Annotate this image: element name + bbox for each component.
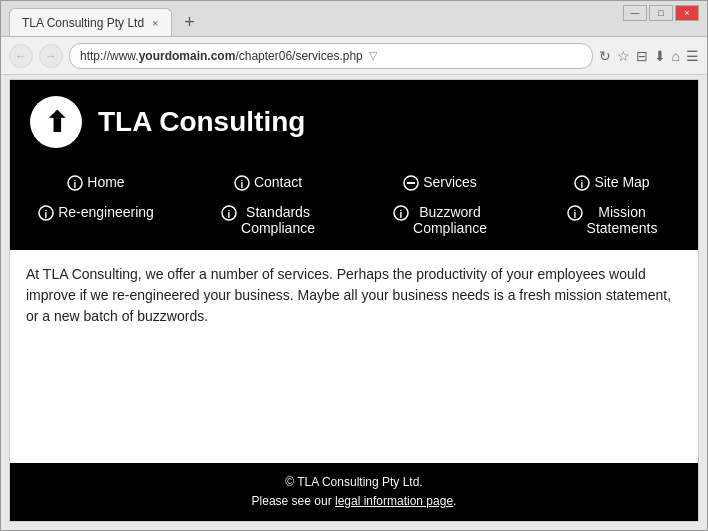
nav-icon-0: i: [67, 175, 83, 194]
url-dropdown-icon[interactable]: ▽: [369, 49, 377, 62]
nav-item-7[interactable]: iMission Statements: [526, 202, 698, 238]
site-main-content: At TLA Consulting, we offer a number of …: [10, 250, 698, 463]
site-header: ⬆ TLA Consulting: [10, 80, 698, 164]
nav-label-3: Site Map: [594, 174, 649, 190]
site-title: TLA Consulting: [98, 106, 305, 138]
svg-text:i: i: [45, 209, 48, 220]
nav-item-6[interactable]: iBuzzword Compliance: [354, 202, 526, 238]
nav-label-6: Buzzword Compliance: [413, 204, 487, 236]
url-domain: yourdomain.com: [139, 49, 236, 63]
nav-icon-2: [403, 175, 419, 194]
tab-label: TLA Consulting Pty Ltd: [22, 16, 144, 30]
footer-line1: © TLA Consulting Pty Ltd.: [20, 473, 688, 492]
bookmark-icon[interactable]: ⊟: [636, 48, 648, 64]
browser-tab[interactable]: TLA Consulting Pty Ltd ×: [9, 8, 172, 36]
footer-legal-link[interactable]: legal information page: [335, 494, 453, 508]
url-suffix: /chapter06/services.php: [235, 49, 362, 63]
nav-label-2: Services: [423, 174, 477, 190]
back-button[interactable]: ←: [9, 44, 33, 68]
download-icon[interactable]: ⬇: [654, 48, 666, 64]
nav-item-2[interactable]: Services: [354, 172, 526, 196]
footer-line2: Please see our legal information page.: [20, 492, 688, 511]
nav-icon-7: i: [567, 205, 583, 224]
site-logo: ⬆: [30, 96, 82, 148]
nav-label-7: Mission Statements: [587, 204, 658, 236]
nav-label-0: Home: [87, 174, 124, 190]
title-bar: TLA Consulting Pty Ltd × + — □ ×: [1, 1, 707, 37]
nav-item-0[interactable]: iHome: [10, 172, 182, 196]
chrome-window: TLA Consulting Pty Ltd × + — □ × ← → htt…: [0, 0, 708, 531]
svg-text:i: i: [400, 209, 403, 220]
main-paragraph: At TLA Consulting, we offer a number of …: [26, 264, 682, 327]
address-bar: ← → http://www.yourdomain.com/chapter06/…: [1, 37, 707, 75]
svg-text:i: i: [228, 209, 231, 220]
nav-label-5: Standards Compliance: [241, 204, 315, 236]
maximize-button[interactable]: □: [649, 5, 673, 21]
minimize-button[interactable]: —: [623, 5, 647, 21]
url-input[interactable]: http://www.yourdomain.com/chapter06/serv…: [69, 43, 593, 69]
home-icon[interactable]: ⌂: [672, 48, 680, 64]
nav-icon-4: i: [38, 205, 54, 224]
tab-close-button[interactable]: ×: [152, 17, 158, 29]
star-icon[interactable]: ☆: [617, 48, 630, 64]
nav-label-1: Contact: [254, 174, 302, 190]
close-button[interactable]: ×: [675, 5, 699, 21]
footer-text-suffix: .: [453, 494, 456, 508]
nav-item-5[interactable]: iStandards Compliance: [182, 202, 354, 238]
nav-item-4[interactable]: iRe-engineering: [10, 202, 182, 238]
nav-icon-3: i: [574, 175, 590, 194]
nav-item-1[interactable]: iContact: [182, 172, 354, 196]
nav-label-4: Re-engineering: [58, 204, 154, 220]
menu-icon[interactable]: ☰: [686, 48, 699, 64]
browser-content: ⬆ TLA Consulting iHomeiContactServicesiS…: [9, 79, 699, 522]
nav-item-3[interactable]: iSite Map: [526, 172, 698, 196]
logo-icon: ⬆: [45, 106, 68, 139]
svg-text:i: i: [573, 209, 576, 220]
svg-text:i: i: [581, 179, 584, 190]
window-controls: — □ ×: [623, 5, 699, 21]
new-tab-button[interactable]: +: [176, 8, 204, 36]
svg-text:i: i: [74, 179, 77, 190]
nav-icon-5: i: [221, 205, 237, 224]
footer-text-prefix: Please see our: [252, 494, 335, 508]
forward-button[interactable]: →: [39, 44, 63, 68]
url-prefix: http://www.: [80, 49, 139, 63]
site-footer: © TLA Consulting Pty Ltd. Please see our…: [10, 463, 698, 521]
nav-icon-6: i: [393, 205, 409, 224]
nav-icon-1: i: [234, 175, 250, 194]
svg-text:i: i: [240, 179, 243, 190]
refresh-icon[interactable]: ↻: [599, 48, 611, 64]
site-navigation: iHomeiContactServicesiSite MapiRe-engine…: [10, 164, 698, 250]
